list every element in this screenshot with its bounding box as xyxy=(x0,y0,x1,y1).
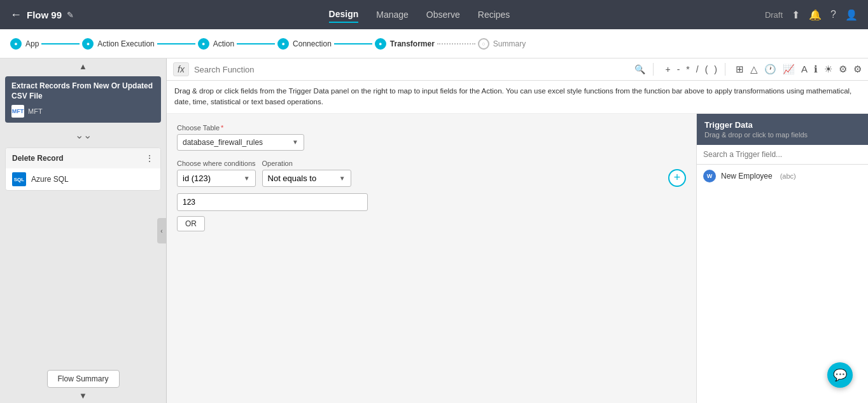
where-row: Choose where conditions id (123) ▼ Opera… xyxy=(177,160,686,187)
chat-icon: 💬 xyxy=(833,368,847,382)
choose-table-field: Choose Table* database_firewall_rules ▼ xyxy=(177,124,686,151)
trigger-item-type: (abc) xyxy=(780,172,796,180)
op-open-paren[interactable]: ( xyxy=(705,64,708,74)
trigger-header: Trigger Data Drag & drop or click to map… xyxy=(697,114,868,145)
table-select-arrow: ▼ xyxy=(292,139,298,146)
trigger-search-input[interactable] xyxy=(697,145,868,165)
where-value: id (123) xyxy=(183,174,211,183)
where-select[interactable]: id (123) ▼ xyxy=(177,170,256,187)
step-circle-app: ● xyxy=(10,38,22,50)
step-connector-3 xyxy=(237,43,275,44)
user-icon[interactable]: 👤 xyxy=(845,9,858,21)
formula-ops: + - * / ( ) xyxy=(665,64,717,74)
flow-summary-button[interactable]: Flow Summary xyxy=(46,370,119,388)
mft-icon: MFT xyxy=(11,105,24,118)
back-button[interactable]: ← xyxy=(10,8,22,22)
operation-value: Not equals to xyxy=(268,174,317,183)
op-plus[interactable]: + xyxy=(665,64,670,74)
op-close-paren[interactable]: ) xyxy=(714,64,717,74)
step-action[interactable]: ● Action xyxy=(198,38,234,50)
info-text: Drag & drop or click fields from the Tri… xyxy=(167,81,868,114)
fx-label: fx xyxy=(173,62,189,76)
clock-icon[interactable]: 🕐 xyxy=(764,64,776,75)
step-label-action: Action xyxy=(213,39,234,48)
delete-card: Delete Record ⋮ SQL Azure SQL xyxy=(5,147,161,191)
search-function-input[interactable] xyxy=(194,65,630,74)
gear-icon[interactable]: ⚙ xyxy=(839,64,847,75)
where-label: Choose where conditions xyxy=(177,160,256,167)
step-connection[interactable]: ● Connection xyxy=(277,38,332,50)
info-text-content: Drag & drop or click fields from the Tri… xyxy=(174,87,851,106)
mft-label: MFT xyxy=(28,107,43,115)
extract-card[interactable]: Extract Records From New Or Updated CSV … xyxy=(5,76,161,123)
azure-label: Azure SQL xyxy=(31,175,69,184)
step-connector-1 xyxy=(41,43,80,44)
export-icon[interactable]: ⬆ xyxy=(792,9,800,21)
step-label-action-execution: Action Execution xyxy=(97,39,154,48)
scroll-up[interactable]: ▲ xyxy=(0,58,166,74)
sun-icon[interactable]: ☀ xyxy=(824,64,832,75)
nav-tab-observe[interactable]: Observe xyxy=(426,7,460,22)
table-required: * xyxy=(221,124,223,132)
nav-tab-design[interactable]: Design xyxy=(329,6,359,23)
step-app[interactable]: ● App xyxy=(10,38,39,50)
help-icon[interactable]: ? xyxy=(830,9,836,20)
step-circle-action: ● xyxy=(198,38,209,50)
operation-label: Operation xyxy=(262,160,351,167)
step-label-summary: Summary xyxy=(493,39,526,48)
main-layout: ▲ Extract Records From New Or Updated CS… xyxy=(0,58,868,403)
where-conditions-field: Choose where conditions id (123) ▼ Opera… xyxy=(177,160,686,231)
step-label-connection: Connection xyxy=(293,39,332,48)
step-transformer[interactable]: ● Transformer xyxy=(375,38,435,50)
collapse-handle[interactable]: ‹ xyxy=(157,218,166,243)
chart-triangle-icon[interactable]: △ xyxy=(750,64,758,75)
step-action-execution[interactable]: ● Action Execution xyxy=(82,38,154,50)
notification-icon[interactable]: 🔔 xyxy=(809,9,822,21)
operation-arrow: ▼ xyxy=(339,175,346,182)
step-circle-summary: ○ xyxy=(478,38,489,50)
operation-select[interactable]: Not equals to ▼ xyxy=(262,170,351,187)
expand-icon[interactable]: ⌄⌄ xyxy=(0,125,166,145)
line-chart-icon[interactable]: 📈 xyxy=(783,64,795,75)
op-divide[interactable]: / xyxy=(696,64,699,74)
formula-divider-1 xyxy=(653,63,654,76)
op-multiply[interactable]: * xyxy=(686,64,689,74)
settings-icon[interactable]: ⚙ xyxy=(853,64,862,75)
step-circle-action-execution: ● xyxy=(82,38,94,50)
step-summary[interactable]: ○ Summary xyxy=(478,38,526,50)
text-icon[interactable]: A xyxy=(801,64,808,75)
value-input[interactable] xyxy=(177,193,368,211)
chat-button[interactable]: 💬 xyxy=(827,362,853,388)
info-icon[interactable]: ℹ xyxy=(814,64,818,75)
top-nav: ← Flow 99 ✎ Design Manage Observe Recipe… xyxy=(0,0,868,29)
right-content: fx 🔍 + - * / ( ) ⊞ △ 🕐 📈 A ℹ ☀ ⚙ xyxy=(167,58,868,403)
scroll-down[interactable]: ▼ xyxy=(0,388,166,403)
more-options-icon[interactable]: ⋮ xyxy=(145,153,154,163)
left-panel: ▲ Extract Records From New Or Updated CS… xyxy=(0,58,167,403)
or-button[interactable]: OR xyxy=(177,216,205,231)
op-minus[interactable]: - xyxy=(677,64,680,74)
azure-icon: SQL xyxy=(12,172,26,186)
trigger-item-new-employee[interactable]: W New Employee (abc) xyxy=(697,165,868,188)
formula-divider-2 xyxy=(725,63,725,76)
trigger-panel: Trigger Data Drag & drop or click to map… xyxy=(696,114,868,404)
table-select[interactable]: database_firewall_rules ▼ xyxy=(177,134,304,151)
grid-icon[interactable]: ⊞ xyxy=(736,64,744,75)
edit-icon[interactable]: ✎ xyxy=(67,10,74,20)
step-connector-2 xyxy=(157,43,195,44)
add-condition-button[interactable]: + xyxy=(668,169,686,187)
step-label-transformer: Transformer xyxy=(390,39,435,48)
where-field: Choose where conditions id (123) ▼ xyxy=(177,160,256,187)
extract-card-sub: MFT MFT xyxy=(11,105,155,118)
top-nav-right: Draft ⬆ 🔔 ? 👤 xyxy=(765,9,858,21)
form-left: Choose Table* database_firewall_rules ▼ … xyxy=(177,124,686,393)
value-input-field xyxy=(177,193,686,211)
nav-tab-manage[interactable]: Manage xyxy=(376,7,409,22)
delete-card-body: SQL Azure SQL xyxy=(6,168,160,190)
trigger-header-title: Trigger Data xyxy=(704,120,860,130)
table-select-value: database_firewall_rules xyxy=(183,138,263,147)
form-area: Choose Table* database_firewall_rules ▼ … xyxy=(167,114,696,404)
nav-tab-recipes[interactable]: Recipes xyxy=(478,7,510,22)
search-icon[interactable]: 🔍 xyxy=(634,64,645,74)
trigger-item-icon: W xyxy=(703,170,716,182)
